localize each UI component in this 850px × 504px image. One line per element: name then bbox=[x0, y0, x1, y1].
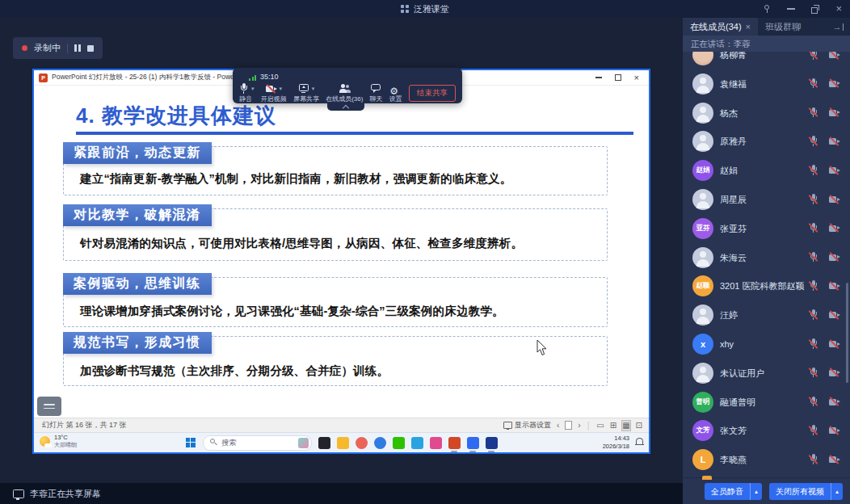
taskbar-clock[interactable]: 14:43 2026/3/18 bbox=[603, 435, 629, 451]
mic-muted-icon[interactable] bbox=[807, 397, 819, 408]
member-row[interactable]: 亚芬张亚芬 bbox=[683, 214, 850, 243]
wechat-icon[interactable] bbox=[393, 437, 405, 449]
mic-muted-icon[interactable] bbox=[807, 52, 819, 61]
camera-off-icon[interactable] bbox=[828, 78, 840, 90]
camera-off-icon[interactable] bbox=[828, 368, 840, 379]
mic-muted-icon[interactable] bbox=[807, 107, 819, 119]
tab-class-chat[interactable]: 班级群聊 bbox=[758, 18, 808, 36]
zoom-tool-icon[interactable]: ▦ bbox=[622, 421, 629, 430]
maximize-icon[interactable] bbox=[615, 74, 621, 81]
member-list[interactable]: 杨柳青袁继福杨杰原雅丹赵娟赵娟周星辰亚芬张亚芬朱海云赵颖3201 医院科教部赵颖… bbox=[683, 52, 850, 478]
mic-muted-icon[interactable] bbox=[807, 194, 819, 205]
close-icon[interactable]: × bbox=[835, 0, 842, 18]
member-row[interactable]: 周星辰 bbox=[683, 185, 850, 214]
member-row[interactable]: 未认证用户 bbox=[683, 359, 850, 388]
camera-off-icon[interactable] bbox=[828, 136, 840, 147]
more-options-icon[interactable]: ⊡ bbox=[636, 421, 642, 430]
end-share-button[interactable]: 结束共享 bbox=[409, 85, 456, 102]
app-coral-icon[interactable] bbox=[356, 437, 368, 449]
mic-muted-icon[interactable] bbox=[807, 165, 819, 176]
member-row[interactable]: 汪婷 bbox=[683, 300, 850, 330]
mic-muted-icon[interactable] bbox=[807, 280, 819, 292]
mute-all-button[interactable]: 全员静音 ▲ bbox=[705, 483, 762, 500]
members-button[interactable]: 在线成员(36) bbox=[326, 83, 363, 103]
slideshow-menu-button[interactable] bbox=[37, 397, 61, 416]
chevron-down-icon[interactable]: ▾ bbox=[251, 86, 255, 92]
close-icon[interactable]: × bbox=[746, 22, 751, 32]
gear-button[interactable]: ⚙设置 bbox=[389, 83, 402, 103]
camera-off-button[interactable]: ▾开启视频 bbox=[261, 83, 287, 103]
chevron-down-icon[interactable]: ▾ bbox=[312, 86, 315, 92]
camera-off-icon[interactable] bbox=[828, 425, 840, 436]
camera-off-icon[interactable] bbox=[828, 454, 840, 465]
member-row[interactable]: 赵娟赵娟 bbox=[683, 156, 850, 185]
mic-muted-icon[interactable] bbox=[807, 368, 819, 379]
member-row[interactable]: 朱海云 bbox=[683, 243, 850, 272]
stop-recording-icon[interactable] bbox=[87, 45, 94, 52]
section-text: 理论课增加穿插式案例讨论，见习课强化“基础-复杂-综合”三级案例的床边教学。 bbox=[80, 304, 504, 319]
camera-off-icon[interactable] bbox=[828, 52, 840, 61]
scrollbar[interactable] bbox=[846, 283, 848, 383]
member-row[interactable]: 文芳张文芳 bbox=[683, 416, 850, 445]
member-row[interactable]: 赵颖3201 医院科教部赵颖 bbox=[683, 271, 850, 300]
file-explorer-icon[interactable] bbox=[337, 437, 349, 449]
camera-off-icon[interactable] bbox=[828, 338, 840, 350]
previous-slide-button[interactable]: ‹ bbox=[557, 421, 559, 430]
camera-off-icon[interactable] bbox=[828, 107, 840, 119]
see-all-slides-icon[interactable]: ⊞ bbox=[610, 421, 616, 430]
camera-off-icon[interactable] bbox=[828, 194, 840, 205]
camera-off-icon[interactable] bbox=[828, 280, 840, 292]
weather-widget[interactable]: 13°C 大部晴朗 bbox=[40, 435, 77, 448]
member-row[interactable]: 普明融通普明 bbox=[683, 388, 850, 417]
pin-icon[interactable] bbox=[763, 4, 771, 14]
member-row[interactable]: 原雅丹 bbox=[683, 127, 850, 156]
camera-off-icon[interactable] bbox=[828, 397, 840, 408]
restore-icon[interactable] bbox=[811, 5, 819, 13]
collapse-panel-icon[interactable]: → bbox=[833, 18, 850, 36]
mic-muted-icon[interactable] bbox=[807, 454, 819, 465]
toolbar-collapse-tab[interactable] bbox=[327, 103, 364, 111]
member-row[interactable]: 袁继福 bbox=[683, 69, 850, 99]
edge-browser-icon[interactable] bbox=[374, 437, 386, 449]
chevron-up-icon[interactable]: ▲ bbox=[750, 483, 762, 500]
member-row[interactable]: 杨杰 bbox=[683, 99, 850, 128]
notification-icon[interactable] bbox=[636, 438, 643, 444]
mic-muted-icon[interactable] bbox=[807, 252, 819, 263]
chevron-down-icon[interactable]: ▾ bbox=[279, 86, 282, 92]
camera-off-icon[interactable] bbox=[828, 223, 840, 234]
app-dark-icon[interactable] bbox=[318, 437, 330, 449]
camera-off-icon[interactable] bbox=[828, 309, 840, 321]
mic-muted-icon[interactable] bbox=[807, 309, 819, 321]
display-settings-button[interactable]: 显示器设置 bbox=[503, 420, 551, 430]
tab-online-members[interactable]: 在线成员(34) × bbox=[683, 18, 758, 36]
photos-icon[interactable] bbox=[430, 437, 442, 449]
ppt-statusbar-tools: 显示器设置 ‹ › │ ▭ ⊞ ▦ ⊡ bbox=[503, 420, 649, 430]
mic-button[interactable]: ▾静音 bbox=[238, 83, 255, 103]
chevron-up-icon[interactable]: ▲ bbox=[831, 483, 843, 500]
member-row[interactable]: 杨柳青 bbox=[683, 52, 850, 69]
app-teal-icon[interactable] bbox=[411, 437, 423, 449]
next-slide-button[interactable]: › bbox=[578, 421, 580, 430]
camera-off-icon[interactable] bbox=[828, 165, 840, 176]
powerpoint-icon[interactable] bbox=[448, 437, 461, 449]
screen-share-button[interactable]: ▾屏幕共享 bbox=[293, 83, 319, 103]
close-all-video-button[interactable]: 关闭所有视频 ▲ bbox=[769, 483, 843, 500]
search-input[interactable]: 搜索 bbox=[203, 435, 312, 451]
chat-button[interactable]: 聊天 bbox=[370, 83, 383, 103]
minimize-icon[interactable] bbox=[787, 8, 795, 9]
mic-muted-icon[interactable] bbox=[807, 136, 819, 147]
mic-muted-icon[interactable] bbox=[807, 338, 819, 350]
word-icon[interactable] bbox=[486, 437, 498, 449]
mic-muted-icon[interactable] bbox=[807, 425, 819, 436]
close-icon[interactable]: × bbox=[634, 70, 639, 85]
mic-muted-icon[interactable] bbox=[807, 223, 819, 234]
app-blue-icon[interactable] bbox=[467, 437, 479, 449]
camera-off-icon[interactable] bbox=[828, 252, 840, 263]
mic-muted-icon[interactable] bbox=[807, 78, 819, 90]
member-row[interactable]: xxhy bbox=[683, 330, 850, 359]
member-row[interactable]: L李晓燕 bbox=[683, 445, 850, 474]
minimize-icon[interactable] bbox=[595, 77, 602, 78]
start-button[interactable] bbox=[186, 438, 196, 448]
pause-recording-icon[interactable] bbox=[74, 44, 81, 52]
pen-tool-icon[interactable]: ▭ bbox=[596, 421, 604, 430]
